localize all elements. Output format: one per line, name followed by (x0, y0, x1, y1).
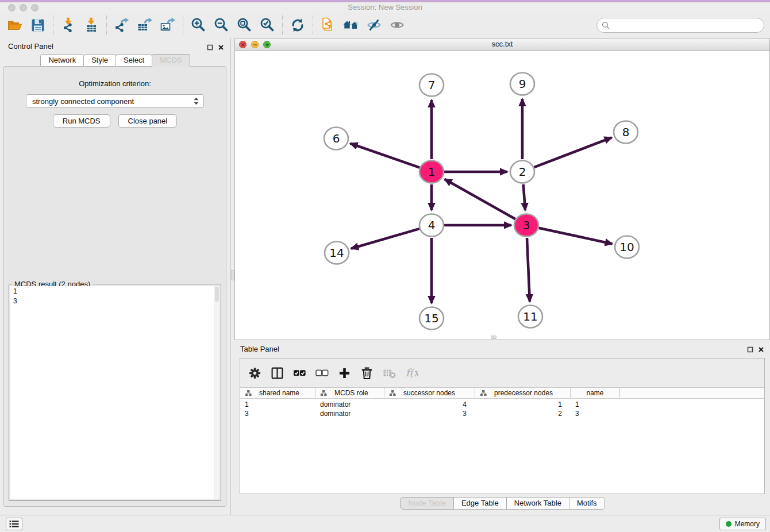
toolbar-separator (282, 16, 283, 35)
import-table-icon (83, 17, 99, 33)
cell-predecessor-nodes: 1 (475, 400, 571, 409)
task-history-button[interactable] (6, 518, 22, 530)
graph-node-7[interactable]: 7 (419, 74, 444, 97)
graph-node-2[interactable]: 2 (510, 161, 534, 183)
export-table-button[interactable] (133, 14, 156, 36)
show-columns-button[interactable] (270, 365, 285, 381)
new-network-from-selection-button[interactable] (317, 14, 340, 36)
close-icon (241, 43, 245, 47)
memory-button[interactable]: Memory (719, 518, 766, 530)
window-minimize-button[interactable] (20, 4, 27, 11)
svg-text:9: 9 (519, 77, 526, 91)
node-table: shared nameMCDS rolesuccessor nodesprede… (240, 387, 764, 494)
control-tab-mcds[interactable]: MCDS (152, 54, 190, 67)
table-toolbar: f(x) (240, 358, 764, 387)
run-mcds-button[interactable]: Run MCDS (53, 114, 110, 128)
edge-2-3[interactable] (523, 184, 525, 210)
search-input[interactable] (613, 20, 759, 31)
save-session-button[interactable] (26, 14, 49, 36)
result-scrollbar[interactable] (214, 286, 220, 499)
cell-predecessor-nodes: 2 (475, 409, 571, 418)
table-row-2[interactable]: 3dominator323 (240, 409, 764, 418)
tree-icon (320, 390, 327, 396)
plus-icon (338, 367, 351, 380)
edge-3-11[interactable] (527, 238, 530, 302)
column-header-MCDS-role[interactable]: MCDS role (315, 388, 384, 398)
table-tab-motifs[interactable]: Motifs (569, 497, 605, 510)
graph-node-1[interactable]: 1 (419, 161, 444, 183)
open-session-button[interactable] (3, 14, 26, 36)
first-neighbors-button[interactable] (340, 14, 363, 36)
graph-node-6[interactable]: 6 (324, 128, 348, 150)
close-panel-icon[interactable] (218, 43, 224, 49)
edge-3-1[interactable] (445, 179, 515, 219)
zoom-fit-button[interactable] (233, 14, 256, 36)
control-tab-network[interactable]: Network (40, 54, 84, 67)
zoom-in-button[interactable] (187, 14, 210, 36)
select-all-checkboxes-button[interactable] (292, 365, 307, 381)
network-canvas[interactable]: 7968124314101511 (235, 51, 769, 340)
edge-2-8[interactable] (534, 137, 612, 167)
graph-node-11[interactable]: 11 (518, 306, 542, 328)
graph-node-14[interactable]: 14 (325, 242, 349, 264)
graph-node-4[interactable]: 4 (419, 214, 444, 237)
graph-node-15[interactable]: 15 (419, 307, 444, 330)
float-table-panel-icon[interactable] (747, 345, 753, 351)
delete-entry-button[interactable] (359, 365, 375, 381)
control-tab-select[interactable]: Select (116, 54, 152, 67)
svg-text:11: 11 (523, 310, 537, 323)
network-window-title: scc.txt (235, 38, 769, 50)
refresh-view-button[interactable] (286, 14, 309, 36)
table-settings-button[interactable] (247, 365, 263, 381)
edge-1-6[interactable] (351, 144, 420, 168)
window-zoom-button[interactable] (31, 4, 38, 11)
export-network-button[interactable] (110, 14, 133, 36)
column-header-name[interactable]: name (571, 388, 620, 398)
svg-text:1: 1 (428, 165, 436, 179)
tree-icon (245, 390, 252, 396)
import-network-from-file-button[interactable] (57, 14, 80, 36)
svg-text:3: 3 (523, 218, 530, 232)
edge-4-14[interactable] (351, 229, 419, 249)
toolbar-separator (183, 16, 183, 35)
window-close-button[interactable] (8, 4, 16, 11)
gear-icon (248, 367, 261, 380)
hide-selected-button[interactable] (363, 14, 386, 36)
graph-node-8[interactable]: 8 (614, 121, 638, 144)
canvas-scroll-thumb[interactable] (491, 336, 496, 339)
graph-node-10[interactable]: 10 (615, 236, 639, 259)
close-panel-button[interactable]: Close panel (118, 114, 178, 128)
graph-node-3[interactable]: 3 (514, 214, 538, 237)
import-table-from-file-button[interactable] (80, 14, 103, 36)
table-tab-network-table[interactable]: Network Table (506, 497, 569, 510)
network-zoom-button[interactable] (263, 41, 271, 48)
svg-text:10: 10 (619, 240, 634, 254)
edge-3-10[interactable] (539, 228, 613, 244)
search-box[interactable] (596, 18, 764, 33)
toolbar-separator (313, 16, 313, 35)
column-header-successor-nodes[interactable]: successor nodes (384, 388, 475, 398)
criterion-select[interactable]: strongly connected component (26, 94, 204, 108)
table-tab-node-table[interactable]: Node Table (400, 497, 454, 510)
control-tab-style[interactable]: Style (83, 54, 116, 67)
cell-name: 1 (571, 400, 620, 409)
show-all-button[interactable] (386, 14, 409, 36)
network-close-button[interactable] (239, 41, 247, 48)
deselect-all-checkboxes-button[interactable] (314, 365, 330, 381)
network-minimize-button[interactable] (251, 41, 259, 48)
graph-node-9[interactable]: 9 (510, 73, 534, 95)
zoom-selected-button[interactable] (256, 14, 279, 36)
close-table-panel-icon[interactable] (758, 345, 764, 351)
panel-divider[interactable] (230, 38, 234, 515)
column-header-shared-name[interactable]: shared name (240, 388, 315, 398)
add-entry-button[interactable] (337, 365, 352, 381)
tree-icon (480, 390, 487, 396)
mcds-result-text[interactable]: 1 3 (10, 286, 214, 499)
table-tab-edge-table[interactable]: Edge Table (453, 497, 507, 510)
column-header-predecessor-nodes[interactable]: predecessor nodes (475, 388, 571, 398)
table-row-1[interactable]: 1dominator411 (240, 400, 764, 409)
export-image-button[interactable] (156, 14, 179, 36)
float-panel-icon[interactable] (207, 43, 213, 49)
cell-shared-name: 1 (240, 400, 315, 409)
zoom-out-button[interactable] (210, 14, 233, 36)
